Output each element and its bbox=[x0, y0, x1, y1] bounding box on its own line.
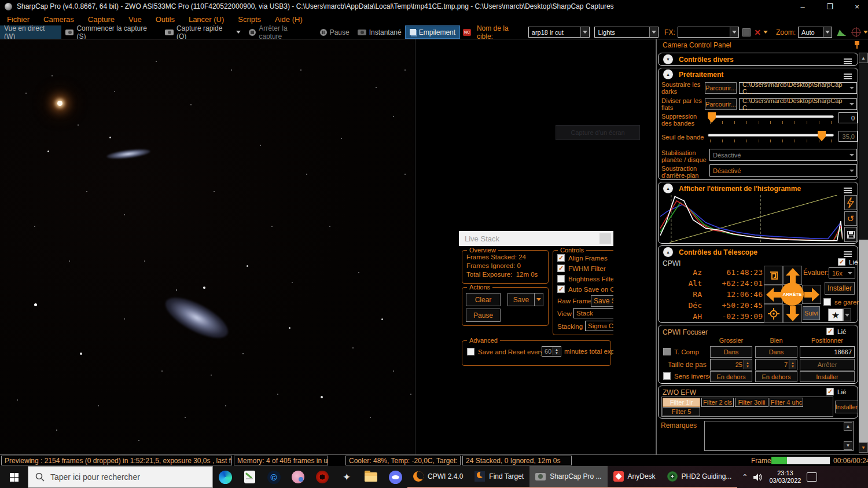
banding-value[interactable]: 0 bbox=[838, 112, 858, 123]
chevron-down-icon[interactable] bbox=[823, 27, 832, 37]
minimize-button[interactable]: – bbox=[793, 0, 812, 13]
rate-combo[interactable]: 16x bbox=[829, 267, 855, 278]
chevron-up-icon[interactable]: ▲ bbox=[663, 184, 673, 193]
chevron-down-icon[interactable] bbox=[763, 31, 768, 34]
frame-type-combo[interactable]: Lights bbox=[594, 27, 659, 38]
slew-down-button[interactable] bbox=[783, 304, 802, 323]
pause-stack-button[interactable]: Pause bbox=[466, 309, 501, 322]
selection-button[interactable] bbox=[742, 28, 751, 36]
telescope-linked-checkbox[interactable]: ✓ Lié bbox=[838, 258, 858, 266]
coarse-out-button[interactable]: En dehors bbox=[710, 371, 752, 382]
taskbar-clock[interactable]: 23:13 03/03/2022 bbox=[769, 469, 801, 485]
fine-in-button[interactable]: Dans bbox=[755, 346, 797, 358]
scroll-down-button[interactable]: ▼ bbox=[859, 442, 868, 453]
menu-aide[interactable]: Aide (H) bbox=[268, 15, 310, 24]
save-stack-button[interactable]: Save St bbox=[591, 295, 613, 307]
scroll-up-button[interactable]: ▲ bbox=[859, 53, 868, 63]
telescope-install-button[interactable]: Installer bbox=[825, 282, 855, 295]
coarse-in-button[interactable]: Dans bbox=[710, 346, 752, 358]
threshold-slider[interactable] bbox=[708, 131, 834, 145]
pin-icon[interactable] bbox=[854, 41, 860, 49]
save-histogram-button[interactable] bbox=[844, 227, 857, 242]
brightness-filter-checkbox[interactable]: Brightness Filter bbox=[557, 275, 613, 282]
darks-browse-button[interactable]: Parcourir... bbox=[705, 82, 737, 94]
taskbar-app-sharpcap[interactable]: SharpCap Pro ... bbox=[529, 466, 607, 488]
histogram-plot[interactable] bbox=[660, 195, 843, 243]
panel-scrollbar[interactable] bbox=[859, 63, 868, 442]
taskbar-app-find-target[interactable]: Find Target bbox=[469, 466, 529, 488]
background-combo[interactable]: Désactivé bbox=[709, 164, 857, 177]
banding-slider[interactable] bbox=[708, 112, 834, 126]
fwhm-filter-checkbox[interactable]: ✓ FWHM Filter bbox=[557, 265, 606, 272]
menu-icon[interactable] bbox=[844, 186, 852, 195]
chevron-up-icon[interactable]: ▲ bbox=[663, 247, 673, 257]
start-button[interactable] bbox=[0, 466, 28, 488]
fine-out-button[interactable]: En dehors bbox=[755, 371, 797, 382]
notepad-icon[interactable] bbox=[237, 466, 262, 488]
histogram-icon[interactable] bbox=[837, 28, 846, 36]
menu-scripts[interactable]: Scripts bbox=[231, 15, 268, 24]
menu-icon[interactable] bbox=[844, 72, 852, 80]
reticle-icon[interactable] bbox=[852, 28, 860, 36]
star-app-icon[interactable]: ✦ bbox=[334, 466, 359, 488]
chevron-up-icon[interactable]: ▲ bbox=[663, 69, 673, 79]
chevron-down-icon[interactable] bbox=[580, 27, 589, 37]
taskbar-app-cpwi[interactable]: CPWI 2.4.0 bbox=[407, 466, 469, 488]
menu-cameras[interactable]: Cameras bbox=[36, 15, 81, 24]
efw-install-button[interactable]: Installer bbox=[835, 401, 858, 413]
chevron-down-icon[interactable] bbox=[649, 27, 658, 37]
filter-1-button[interactable]: Filter 1ir bbox=[663, 398, 700, 407]
filter-2-button[interactable]: Filter 2 cls bbox=[701, 398, 734, 407]
close-button[interactable]: × bbox=[847, 0, 867, 13]
park-checkbox[interactable]: se garer bbox=[823, 298, 859, 306]
edge-icon[interactable] bbox=[213, 466, 237, 488]
live-stack-button[interactable]: Empilement bbox=[406, 26, 459, 38]
favorites-menu-button[interactable] bbox=[843, 309, 851, 321]
restore-button[interactable]: ❐ bbox=[820, 0, 840, 13]
menu-capture[interactable]: Capture bbox=[81, 15, 122, 24]
filter-5-button[interactable]: Filter 5 bbox=[663, 407, 700, 416]
live-stack-title-bar[interactable]: Live Stack bbox=[459, 231, 613, 246]
goto-target-button[interactable] bbox=[764, 304, 783, 323]
filter-3-button[interactable]: Filter 3oiii bbox=[735, 398, 768, 407]
menu-lancer[interactable]: Lancer (U) bbox=[182, 15, 231, 24]
focuser-stop-button[interactable]: Arrêter bbox=[800, 359, 855, 370]
save-button[interactable]: Save bbox=[507, 293, 535, 306]
spiral-search-button[interactable] bbox=[764, 266, 783, 285]
flats-path-combo[interactable]: C:\Users\marcb\Desktop\SharpCap C... bbox=[739, 98, 857, 110]
menu-vue[interactable]: Vue bbox=[122, 15, 149, 24]
menu-icon[interactable] bbox=[844, 250, 852, 258]
menu-fichier[interactable]: Fichier bbox=[0, 15, 36, 24]
stop-slew-button[interactable]: ARRÊTE bbox=[781, 282, 804, 306]
reset-stretch-button[interactable]: ↺ bbox=[844, 211, 857, 226]
threshold-value[interactable]: 35,0 bbox=[838, 131, 858, 142]
focuser-install-button[interactable]: Installer bbox=[800, 371, 855, 382]
auto-save-checkbox[interactable]: ✓ Auto Save on Clea bbox=[557, 285, 613, 293]
efw-linked-checkbox[interactable]: ✓ Lié bbox=[826, 388, 846, 395]
file-explorer-icon[interactable] bbox=[359, 466, 383, 488]
focuser-linked-checkbox[interactable]: ✓ Lié bbox=[826, 328, 846, 335]
save-menu-button[interactable] bbox=[534, 293, 543, 306]
align-frames-checkbox[interactable]: ✓ Align Frames bbox=[557, 254, 608, 262]
quick-capture-button[interactable]: Capture rapide (Q) bbox=[161, 25, 245, 39]
fine-step-spinner[interactable]: 7▲▼ bbox=[755, 359, 797, 370]
discord-icon[interactable] bbox=[383, 466, 407, 488]
notes-scroll-up[interactable]: ▲ bbox=[844, 422, 852, 431]
darks-path-combo[interactable]: C:\Users\marcb\Desktop\SharpCap C... bbox=[739, 82, 857, 94]
temp-comp-checkbox[interactable]: T. Comp bbox=[663, 348, 699, 355]
pause-button[interactable]: Pause bbox=[316, 25, 354, 39]
dialog-button[interactable] bbox=[599, 233, 611, 244]
stabilization-combo[interactable]: Désactivé bbox=[709, 149, 857, 161]
menu-icon[interactable] bbox=[844, 57, 852, 65]
notes-textarea[interactable]: ▲ ▼ bbox=[704, 421, 854, 451]
stop-capture-button[interactable]: Arrêter la capture bbox=[245, 25, 315, 39]
reset-minutes-spinner[interactable]: 60▲▼ bbox=[542, 346, 561, 357]
flats-browse-button[interactable]: Parcourir... bbox=[705, 98, 737, 110]
focuser-position-value[interactable]: 18667 bbox=[800, 346, 855, 358]
notes-scroll-down[interactable]: ▼ bbox=[844, 441, 852, 450]
menu-outils[interactable]: Outils bbox=[149, 15, 182, 24]
taskbar-app-anydesk[interactable]: AnyDesk bbox=[608, 466, 661, 488]
red-app-icon[interactable] bbox=[310, 466, 334, 488]
tracking-button[interactable]: Suivi bbox=[803, 306, 820, 320]
chevron-down-icon[interactable] bbox=[730, 27, 738, 37]
